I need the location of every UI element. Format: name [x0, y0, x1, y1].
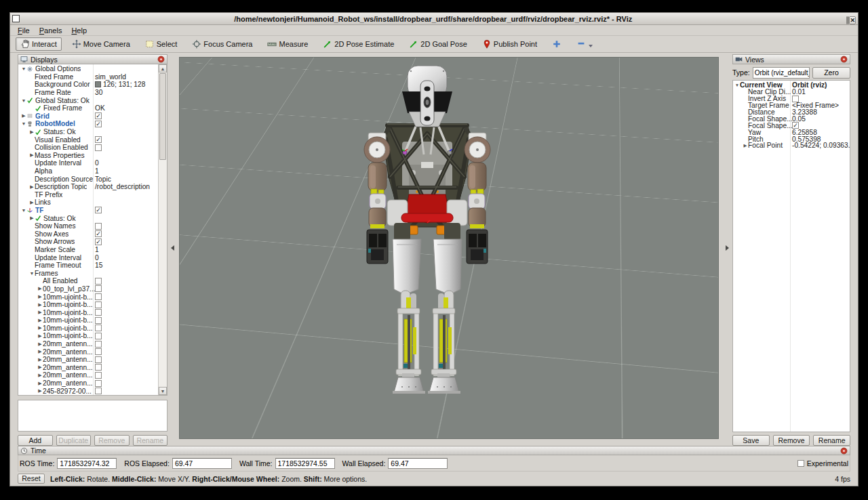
checkbox[interactable]: [95, 144, 102, 151]
tool-select[interactable]: Select: [140, 37, 182, 51]
displays-tree-row[interactable]: ▶Mass Properties: [18, 152, 158, 160]
displays-tree-row[interactable]: ▶10mm-ujoint-b...: [18, 316, 158, 325]
expand-arrow-icon[interactable]: ▼: [21, 66, 26, 71]
displays-tree-row[interactable]: TF Prefix: [18, 191, 158, 199]
checkbox[interactable]: ✓: [95, 121, 102, 127]
collapse-arrow-icon[interactable]: ▶: [37, 286, 43, 291]
checkbox[interactable]: [95, 278, 102, 285]
property-value[interactable]: ✓: [95, 238, 102, 245]
collapse-arrow-icon[interactable]: ▶: [37, 310, 43, 315]
checkbox[interactable]: [95, 380, 102, 387]
property-value[interactable]: [95, 285, 102, 292]
property-value[interactable]: [95, 380, 102, 387]
collapse-arrow-icon[interactable]: ▶: [37, 341, 43, 347]
ros-elapsed-input[interactable]: [172, 458, 232, 469]
tool-publish-point[interactable]: Publish Point: [477, 37, 542, 51]
zero-button[interactable]: Zero: [812, 67, 850, 79]
scroll-down-icon[interactable]: ▼: [159, 387, 167, 395]
checkbox[interactable]: ✓: [95, 112, 102, 119]
displays-tree-row[interactable]: Frame Rate30: [18, 89, 158, 97]
collapse-arrow-icon[interactable]: ▶: [37, 381, 43, 386]
checkbox[interactable]: ✓: [95, 238, 102, 245]
expand-arrow-icon[interactable]: ▼: [21, 208, 26, 213]
displays-tree-row[interactable]: Marker Scale1: [18, 246, 158, 254]
displays-tree-row[interactable]: Collision Enabled: [18, 144, 158, 152]
property-value[interactable]: [95, 317, 102, 324]
collapse-arrow-icon[interactable]: ▶: [29, 152, 35, 158]
right-splitter[interactable]: [719, 54, 732, 446]
checkbox[interactable]: [95, 388, 102, 394]
tool-minus-button[interactable]: [572, 37, 597, 51]
displays-tree-row[interactable]: ▶20mm_antenn...: [18, 348, 158, 356]
displays-add-button[interactable]: Add: [18, 435, 53, 446]
displays-tree-row[interactable]: ▶Links: [18, 199, 158, 207]
property-value[interactable]: [95, 325, 102, 331]
displays-tree-row[interactable]: ▶00_top_lvl_p37...: [18, 285, 158, 293]
displays-tree-row[interactable]: ▶10mm-ujoint-b...: [18, 308, 158, 316]
collapse-arrow-icon[interactable]: ▶: [37, 318, 43, 323]
collapse-arrow-icon[interactable]: ▶: [37, 349, 43, 354]
displays-tree-row[interactable]: ▶20mm_antenn...: [18, 356, 158, 364]
checkbox[interactable]: [95, 293, 102, 300]
views-remove-button[interactable]: Remove: [773, 435, 810, 446]
displays-tree-row[interactable]: ▼Global Status: Ok: [18, 96, 158, 104]
collapse-arrow-icon[interactable]: ▶: [21, 113, 26, 119]
displays-tree-row[interactable]: Fixed Framesim_world: [18, 73, 158, 81]
displays-tree-row[interactable]: ▶10mm-ujoint-b...: [18, 325, 158, 333]
displays-tree-row[interactable]: Show Arrows✓: [18, 238, 158, 246]
collapse-arrow-icon[interactable]: ▶: [37, 373, 43, 378]
views-close-icon[interactable]: [840, 56, 848, 63]
tool-interact[interactable]: Interact: [16, 37, 62, 51]
collapse-arrow-icon[interactable]: ▶: [37, 364, 43, 370]
collapse-arrow-icon[interactable]: ▶: [743, 143, 748, 148]
menu-file[interactable]: File: [13, 26, 35, 35]
menu-panels[interactable]: Panels: [35, 26, 67, 35]
displays-tree-row[interactable]: ▼Global Options: [18, 65, 158, 73]
expand-arrow-icon[interactable]: ▼: [29, 271, 35, 276]
views-property-row[interactable]: ▶Focal Point-0.54224; 0.09363...: [733, 142, 850, 149]
displays-tree-row[interactable]: ▶10mm-ujoint-b...: [18, 301, 158, 309]
tool-2d-goal-pose[interactable]: 2D Goal Pose: [404, 37, 471, 51]
collapse-arrow-icon[interactable]: ▶: [37, 388, 43, 394]
tool-move-camera[interactable]: Move Camera: [67, 37, 135, 51]
property-value[interactable]: [95, 348, 102, 355]
displays-tree-row[interactable]: ▶Status: Ok: [18, 214, 158, 222]
checkbox[interactable]: [95, 301, 102, 308]
expand-arrow-icon[interactable]: ▼: [21, 98, 26, 103]
displays-tree-row[interactable]: Show Names: [18, 222, 158, 230]
displays-tree-row[interactable]: ▶Description Topic/robot_description: [18, 183, 158, 191]
property-value[interactable]: [95, 364, 102, 371]
property-value[interactable]: ✓: [95, 121, 102, 127]
displays-scrollbar[interactable]: ▲ ▼: [158, 64, 167, 395]
title-bar[interactable]: /home/newtonjeri/Humanoid_Robot_ws/insta…: [10, 13, 858, 25]
property-value[interactable]: [95, 293, 102, 300]
expand-arrow-icon[interactable]: ▼: [21, 121, 26, 126]
checkbox[interactable]: [95, 348, 102, 355]
ros-time-input[interactable]: [57, 458, 117, 469]
checkbox[interactable]: [95, 317, 102, 324]
time-close-icon[interactable]: [840, 447, 848, 455]
view-type-select[interactable]: Orbit (rviz_default_p: [753, 67, 810, 79]
tool-2d-pose-estimate[interactable]: 2D Pose Estimate: [318, 37, 399, 51]
property-value[interactable]: ✓: [95, 230, 102, 237]
wall-time-input[interactable]: [275, 458, 335, 469]
checkbox[interactable]: [95, 333, 102, 339]
tool-focus-camera[interactable]: Focus Camera: [187, 37, 257, 51]
property-value[interactable]: [95, 144, 102, 151]
displays-tree-row[interactable]: Visual Enabled✓: [18, 136, 158, 144]
collapse-left-icon[interactable]: [171, 245, 174, 251]
collapse-arrow-icon[interactable]: ▶: [37, 302, 43, 308]
views-save-button[interactable]: Save: [732, 435, 770, 446]
displays-tree-row[interactable]: Background Color126; 131; 128: [18, 81, 158, 89]
displays-tree-row[interactable]: ▶10mm-ujoint-b...: [18, 293, 158, 301]
displays-tree-row[interactable]: Show Axes✓: [18, 230, 158, 238]
menu-help[interactable]: Help: [66, 26, 92, 35]
collapse-arrow-icon[interactable]: ▶: [29, 200, 35, 205]
displays-tree-row[interactable]: ▼Frames: [18, 269, 158, 277]
property-value[interactable]: [95, 372, 102, 379]
property-value[interactable]: ✓: [95, 207, 102, 213]
reset-button[interactable]: Reset: [18, 474, 45, 484]
collapse-right-icon[interactable]: [726, 245, 729, 251]
property-value[interactable]: ✓: [95, 112, 102, 119]
checkbox[interactable]: [95, 364, 102, 371]
